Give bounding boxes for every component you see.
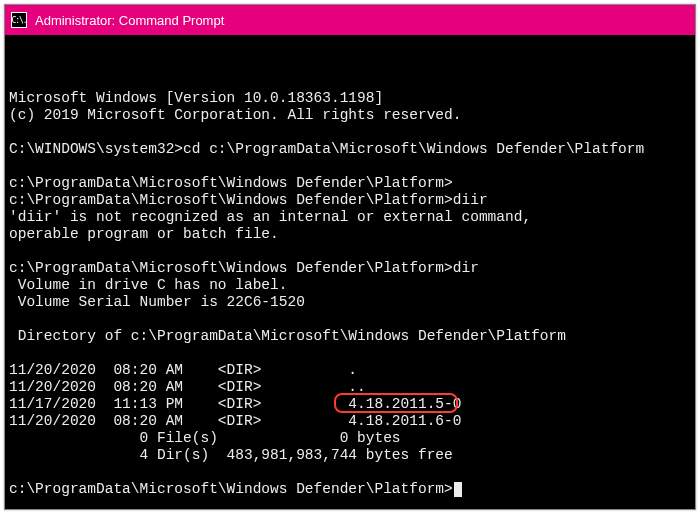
terminal-line: c:\ProgramData\Microsoft\Windows Defende… bbox=[9, 192, 488, 208]
terminal-line: Directory of c:\ProgramData\Microsoft\Wi… bbox=[9, 328, 566, 344]
terminal-line: 11/20/2020 08:20 AM <DIR> . bbox=[9, 362, 357, 378]
terminal-line: 0 File(s) 0 bytes bbox=[9, 430, 401, 446]
terminal-line: Volume in drive C has no label. bbox=[9, 277, 287, 293]
terminal-line: c:\ProgramData\Microsoft\Windows Defende… bbox=[9, 481, 453, 497]
terminal-line: Volume Serial Number is 22C6-1520 bbox=[9, 294, 305, 310]
terminal-area[interactable]: Microsoft Windows [Version 10.0.18363.11… bbox=[5, 35, 695, 509]
terminal-line: 4 Dir(s) 483,981,983,744 bytes free bbox=[9, 447, 453, 463]
terminal-line: operable program or batch file. bbox=[9, 226, 279, 242]
terminal-line: 11/20/2020 08:20 AM <DIR> .. bbox=[9, 379, 366, 395]
text-cursor bbox=[454, 482, 462, 497]
terminal-line: 11/17/2020 11:13 PM <DIR> 4.18.2011.5-0 bbox=[9, 396, 461, 412]
titlebar[interactable]: C:\. Administrator: Command Prompt bbox=[5, 5, 695, 35]
cmd-window: C:\. Administrator: Command Prompt Micro… bbox=[4, 4, 696, 510]
terminal-line: C:\WINDOWS\system32>cd c:\ProgramData\Mi… bbox=[9, 141, 644, 157]
terminal-content: Microsoft Windows [Version 10.0.18363.11… bbox=[9, 73, 691, 509]
window-title: Administrator: Command Prompt bbox=[35, 13, 224, 28]
terminal-line: Microsoft Windows [Version 10.0.18363.11… bbox=[9, 90, 383, 106]
terminal-line: 11/20/2020 08:20 AM <DIR> 4.18.2011.6-0 bbox=[9, 413, 461, 429]
terminal-line: 'diir' is not recognized as an internal … bbox=[9, 209, 531, 225]
terminal-line: c:\ProgramData\Microsoft\Windows Defende… bbox=[9, 260, 479, 276]
terminal-line: (c) 2019 Microsoft Corporation. All righ… bbox=[9, 107, 461, 123]
terminal-line: c:\ProgramData\Microsoft\Windows Defende… bbox=[9, 175, 453, 191]
cmd-icon: C:\. bbox=[11, 12, 27, 28]
